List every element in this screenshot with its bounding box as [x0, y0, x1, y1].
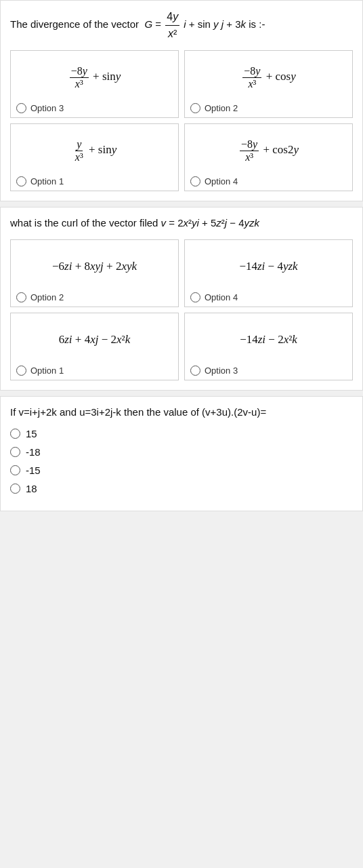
q2-option3-label: Option 3: [205, 366, 238, 376]
q2-option1-label: Option 1: [30, 366, 64, 376]
q3-option-neg15-row[interactable]: -15: [10, 465, 353, 476]
q3-option-15-text: 15: [26, 428, 37, 439]
q1-option3-card[interactable]: −8y x³ + siny Option 3: [10, 50, 179, 118]
q2-option2-radio[interactable]: [16, 292, 26, 302]
q2-options-grid: −6zi + 8xyj + 2xyk Option 2 −14zi − 4yzk…: [10, 239, 353, 380]
q3-option-18-text: 18: [26, 483, 37, 494]
q3-option-neg18-radio[interactable]: [10, 447, 20, 457]
q1-option1-label: Option 1: [30, 176, 64, 186]
q1-option2-radio[interactable]: [190, 103, 200, 113]
q3-option-neg15-radio[interactable]: [10, 465, 20, 475]
q1-option4-label: Option 4: [205, 176, 238, 186]
q2-option2-label: Option 2: [30, 292, 64, 302]
q2-option4-radio[interactable]: [190, 292, 200, 302]
question-2-text: what is the curl of the vector filed v =…: [10, 216, 353, 231]
q2-option2-math: −6zi + 8xyj + 2xyk: [52, 247, 137, 287]
q1-option4-math: −8y x³ + cos2y: [238, 131, 299, 171]
q3-option-18-radio[interactable]: [10, 484, 20, 494]
q1-option3-label: Option 3: [30, 103, 64, 113]
q1-option3-radio[interactable]: [16, 103, 26, 113]
q1-option3-math: −8y x³ + siny: [68, 58, 121, 98]
q3-option-neg18-text: -18: [26, 446, 41, 458]
q2-option3-card[interactable]: −14zi − 2x²k Option 3: [184, 313, 353, 380]
q3-option-15-row[interactable]: 15: [10, 428, 353, 439]
q3-options-list: 15 -18 -15 18: [10, 428, 353, 494]
q2-option3-radio[interactable]: [190, 366, 200, 376]
q1-option4-card[interactable]: −8y x³ + cos2y Option 4: [184, 123, 353, 191]
q3-option-18-row[interactable]: 18: [10, 483, 353, 494]
q2-option2-card[interactable]: −6zi + 8xyj + 2xyk Option 2: [10, 239, 179, 307]
q1-option1-math: y x³ + siny: [72, 131, 116, 171]
q1-option1-radio[interactable]: [16, 176, 26, 186]
q1-option2-card[interactable]: −8y x³ + cosy Option 2: [184, 50, 353, 118]
q2-option3-math: −14zi − 2x²k: [240, 320, 297, 360]
q1-options-grid: −8y x³ + siny Option 3 −8y x³ +: [10, 50, 353, 191]
q1-option2-math: −8y x³ + cosy: [241, 58, 295, 98]
q2-option4-card[interactable]: −14zi − 4yzk Option 4: [184, 239, 353, 307]
q2-option1-math: 6zi + 4xj − 2x²k: [59, 320, 131, 360]
q3-option-15-radio[interactable]: [10, 429, 20, 439]
question-3-text: If v=i+j+2k and u=3i+2j-k then the value…: [10, 405, 353, 420]
q2-option4-math: −14zi − 4yzk: [239, 247, 297, 287]
q2-option1-card[interactable]: 6zi + 4xj − 2x²k Option 1: [10, 313, 179, 380]
q1-option4-radio[interactable]: [190, 176, 200, 186]
question-1-text: The divergence of the vector G = 4y x² i…: [10, 9, 353, 42]
question-1-block: The divergence of the vector G = 4y x² i…: [0, 0, 363, 201]
question-2-block: what is the curl of the vector filed v =…: [0, 207, 363, 391]
q3-option-neg18-row[interactable]: -18: [10, 446, 353, 458]
q1-option2-label: Option 2: [205, 103, 238, 113]
q2-option4-label: Option 4: [205, 292, 238, 302]
q2-option1-radio[interactable]: [16, 366, 26, 376]
q3-option-neg15-text: -15: [26, 465, 41, 476]
q1-option1-card[interactable]: y x³ + siny Option 1: [10, 123, 179, 191]
question-3-block: If v=i+j+2k and u=3i+2j-k then the value…: [0, 396, 363, 512]
